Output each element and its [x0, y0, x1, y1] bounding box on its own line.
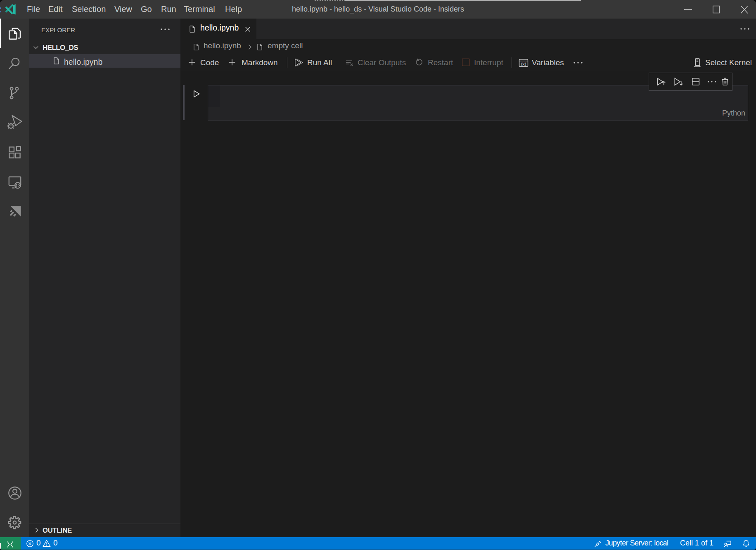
svg-text:(x): (x) — [521, 61, 526, 66]
